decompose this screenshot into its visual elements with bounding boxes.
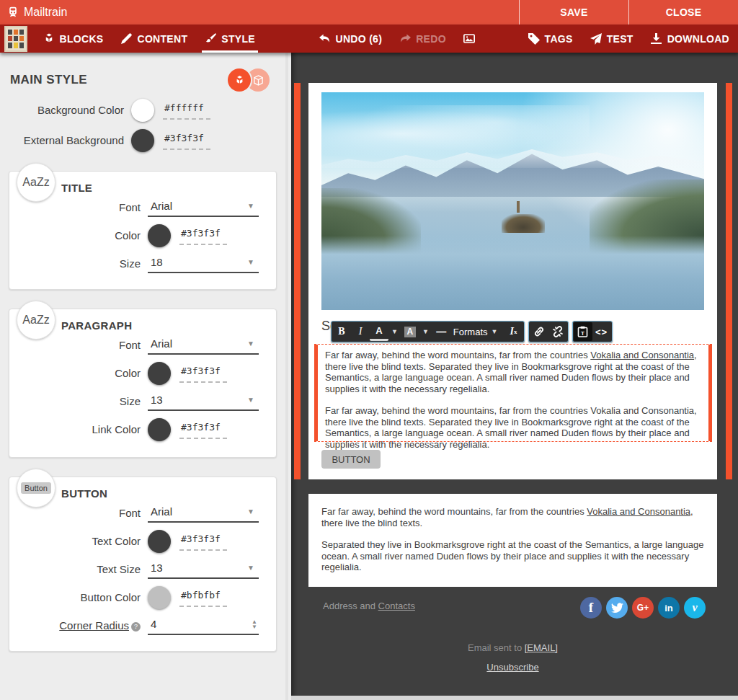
horizontal-scrollbar[interactable] xyxy=(291,696,738,700)
external-background-value[interactable]: #3f3f3f xyxy=(163,133,210,150)
blocks-mode-icon[interactable] xyxy=(228,68,251,92)
paragraph-card-heading: PARAGRAPH xyxy=(61,319,269,332)
help-icon[interactable]: ? xyxy=(131,622,141,632)
tags-button[interactable]: TAGS xyxy=(520,25,582,53)
unlink-button[interactable] xyxy=(548,322,567,341)
link-button[interactable] xyxy=(530,322,548,341)
richtext-toolbar: B I A ▼ A ▼ — Formats▼ Ix T xyxy=(331,321,613,342)
text-color-button[interactable]: A xyxy=(370,322,388,341)
tab-content[interactable]: CONTENT xyxy=(112,25,196,53)
train-logo-icon xyxy=(7,6,19,18)
italic-button[interactable]: I xyxy=(351,322,370,341)
paste-as-text-button[interactable]: T xyxy=(574,322,592,341)
button-card-heading: BUTTON xyxy=(61,487,269,500)
tag-icon xyxy=(528,33,540,45)
linkedin-icon[interactable]: in xyxy=(658,597,680,619)
paragraph[interactable]: Separated they live in Bookmarksgrove ri… xyxy=(321,539,704,573)
button-text-color-row: Text Color #3f3f3f xyxy=(27,530,259,553)
bold-button[interactable]: B xyxy=(332,322,351,341)
twitter-icon[interactable] xyxy=(606,597,628,619)
close-button[interactable]: CLOSE xyxy=(628,0,738,25)
background-color-button[interactable]: A xyxy=(401,322,419,341)
undo-button[interactable]: UNDO (6) xyxy=(311,25,391,53)
button-color-swatch[interactable] xyxy=(148,586,171,609)
paragraph-color-value[interactable]: #3f3f3f xyxy=(179,365,227,383)
gallery-button[interactable] xyxy=(455,25,484,53)
test-button[interactable]: TEST xyxy=(582,25,642,53)
title-font-select[interactable]: Arial▼ xyxy=(148,198,259,217)
top-bar: Mailtrain SAVE CLOSE xyxy=(0,0,738,25)
paragraph-style-card: AaZz PARAGRAPH Font Arial▼ Color #3f3f3f… xyxy=(9,309,277,458)
redo-icon xyxy=(399,33,411,45)
selected-text-block[interactable]: Far far away, behind the word mountains,… xyxy=(314,344,712,442)
paragraph[interactable]: Far far away, behind the word mountains,… xyxy=(321,506,704,528)
background-color-dropdown[interactable]: ▼ xyxy=(419,322,432,341)
title-font-row: Font Arial▼ xyxy=(27,198,259,217)
editor-nav-bar: BLOCKS CONTENT STYLE UNDO (6) REDO T xyxy=(0,25,738,53)
paragraph-link-color-swatch[interactable] xyxy=(148,418,171,441)
tab-style[interactable]: STYLE xyxy=(196,25,264,53)
title-size-select[interactable]: 18▼ xyxy=(148,254,259,273)
download-button[interactable]: DOWNLOAD xyxy=(642,25,738,53)
tab-blocks[interactable]: BLOCKS xyxy=(35,25,112,53)
block-selection-bar-left xyxy=(294,83,301,479)
title-preview-badge: AaZz xyxy=(17,163,55,202)
email-cta-button[interactable]: BUTTON xyxy=(321,450,381,469)
brush-icon xyxy=(205,33,216,45)
button-font-row: Font Arial▼ xyxy=(27,504,259,523)
paragraph-size-select[interactable]: 13▼ xyxy=(148,392,259,411)
formats-dropdown[interactable]: Formats▼ xyxy=(450,322,504,341)
button-font-select[interactable]: Arial▼ xyxy=(148,504,259,523)
title-color-value[interactable]: #3f3f3f xyxy=(179,228,227,245)
source-code-button[interactable]: <> xyxy=(592,322,611,341)
external-background-swatch[interactable] xyxy=(131,129,154,152)
vimeo-icon[interactable]: v xyxy=(684,597,706,619)
paper-plane-icon xyxy=(590,33,602,45)
chevron-down-icon: ▼ xyxy=(247,202,254,210)
corner-radius-input[interactable]: 4 ▲▼ xyxy=(148,616,259,635)
style-panel: MAIN STYLE Background Color #ffffff Exte… xyxy=(0,53,288,700)
paragraph-link-color-value[interactable]: #3f3f3f xyxy=(179,422,227,439)
background-color-value[interactable]: #ffffff xyxy=(163,102,210,120)
background-color-swatch[interactable] xyxy=(131,99,154,122)
blocks-icon xyxy=(43,33,55,45)
paragraph[interactable]: Far far away, behind the word mountains,… xyxy=(325,405,701,450)
horizontal-rule-button[interactable]: — xyxy=(432,322,450,341)
paragraph[interactable]: Far far away, behind the word mountains,… xyxy=(325,350,701,394)
text-link[interactable]: Vokalia and Consonantia xyxy=(587,506,690,517)
contacts-link[interactable]: Contacts xyxy=(378,601,415,611)
text-color-dropdown[interactable]: ▼ xyxy=(388,322,401,341)
corner-radius-row: Corner Radius? 4 ▲▼ xyxy=(27,616,259,635)
paragraph-color-swatch[interactable] xyxy=(148,362,171,385)
number-stepper[interactable]: ▲▼ xyxy=(252,619,257,629)
email-block-text[interactable]: Far far away, behind the word mountains,… xyxy=(308,494,717,587)
button-text-color-swatch[interactable] xyxy=(148,530,171,553)
social-icons: f G+ in v xyxy=(580,597,706,619)
unsubscribe-link[interactable]: Unsubscribe xyxy=(486,662,538,673)
facebook-icon[interactable]: f xyxy=(580,597,602,619)
text-link[interactable]: Vokalia and Consonantia xyxy=(590,350,694,360)
unsubscribe-line: Unsubscribe xyxy=(308,662,717,673)
google-plus-icon[interactable]: G+ xyxy=(632,597,654,619)
button-text-size-select[interactable]: 13▼ xyxy=(148,560,259,579)
style-mode-toggle[interactable] xyxy=(228,68,270,92)
title-color-swatch[interactable] xyxy=(148,224,171,247)
save-button[interactable]: SAVE xyxy=(519,0,628,25)
email-sent-line: Email sent to [EMAIL] xyxy=(308,642,717,653)
clear-formatting-button[interactable]: Ix xyxy=(504,322,523,341)
email-block-article[interactable]: Section Title B I A ▼ A ▼ — Formats▼ Ix xyxy=(308,83,717,479)
button-color-value[interactable]: #bfbfbf xyxy=(179,590,227,607)
paragraph-color-row: Color #3f3f3f xyxy=(27,362,259,385)
redo-button[interactable]: REDO xyxy=(391,25,455,53)
hero-image[interactable] xyxy=(321,92,704,310)
paragraph-font-select[interactable]: Arial▼ xyxy=(148,336,259,355)
chevron-down-icon: ▼ xyxy=(247,564,254,572)
panel-title: MAIN STYLE xyxy=(10,68,87,87)
brand: Mailtrain xyxy=(0,6,67,19)
email-token-link[interactable]: [EMAIL] xyxy=(525,642,558,653)
chevron-down-icon: ▼ xyxy=(247,258,254,266)
title-color-row: Color #3f3f3f xyxy=(27,224,259,247)
mosaico-logo xyxy=(4,26,27,52)
button-text-color-value[interactable]: #3f3f3f xyxy=(179,533,227,551)
paragraph-font-row: Font Arial▼ xyxy=(27,336,259,355)
